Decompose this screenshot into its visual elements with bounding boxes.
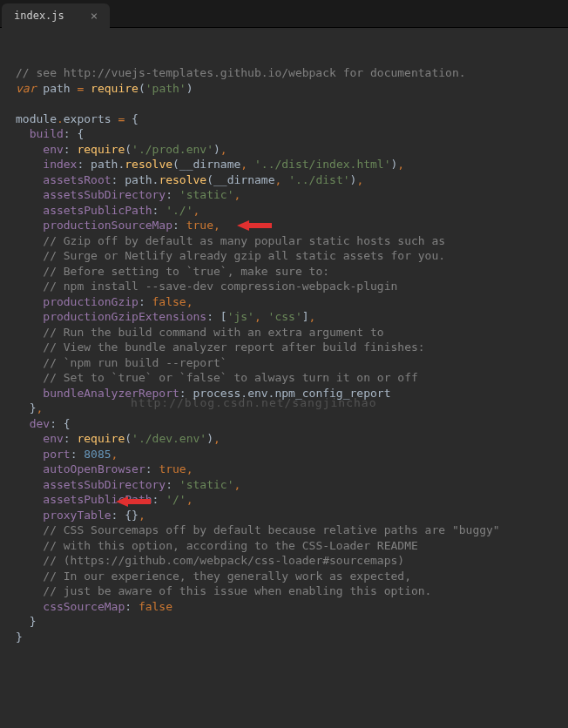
code-line[interactable]: // see http://vuejs-templates.github.io/… (16, 65, 565, 81)
code-line[interactable]: productionGzipExtensions: ['js', 'css'], (16, 309, 565, 325)
code-line[interactable]: // CSS Sourcemaps off by default because… (16, 522, 565, 538)
code-line[interactable]: assetsSubDirectory: 'static', (16, 187, 565, 203)
code-line[interactable]: proxyTable: {}, (16, 508, 565, 523)
code-line[interactable]: index: path.resolve(__dirname, '../dist/… (16, 157, 565, 172)
code-line[interactable]: } (16, 630, 565, 645)
code-line[interactable]: // with this option, according to the CS… (16, 538, 565, 554)
code-line[interactable]: // Set to `true` or `false` to always tu… (16, 370, 565, 386)
close-icon[interactable]: × (91, 10, 98, 22)
code-line[interactable]: // Run the build command with an extra a… (16, 325, 565, 340)
code-editor[interactable]: http://blog.csdn.net/sangjinchao // see … (0, 28, 568, 651)
code-line[interactable]: build: { (16, 126, 565, 142)
code-line[interactable]: cssSourceMap: false (16, 599, 565, 615)
svg-marker-1 (116, 496, 151, 507)
svg-marker-0 (237, 220, 272, 231)
code-line[interactable]: // (https://github.com/webpack/css-loade… (16, 553, 565, 569)
code-line[interactable]: // Surge or Netlify already gzip all sta… (16, 248, 565, 264)
code-line[interactable]: // `npm run build --report` (16, 355, 565, 371)
code-line[interactable]: module.exports = { (16, 111, 565, 127)
file-tab[interactable]: index.js × (2, 3, 110, 28)
code-line[interactable]: } (16, 614, 565, 630)
annotation-arrow-icon (116, 495, 151, 508)
code-line[interactable]: // Gzip off by default as many popular s… (16, 233, 565, 249)
code-line[interactable]: productionSourceMap: true, (16, 218, 565, 233)
code-line[interactable]: // In our experience, they generally wor… (16, 569, 565, 584)
tab-filename: index.js (14, 10, 64, 22)
code-line[interactable]: var path = require('path') (16, 81, 565, 97)
code-line[interactable]: productionGzip: false, (16, 294, 565, 310)
code-line[interactable]: assetsPublicPath: '/', (16, 492, 565, 508)
code-line[interactable]: assetsSubDirectory: 'static', (16, 477, 565, 493)
code-line[interactable]: dev: { (16, 416, 565, 432)
code-line[interactable]: // View the bundle analyzer report after… (16, 340, 565, 355)
code-line[interactable] (16, 96, 565, 111)
code-line[interactable]: env: require('./dev.env'), (16, 431, 565, 447)
code-line[interactable]: port: 8085, (16, 447, 565, 462)
code-line[interactable]: // just be aware of this issue when enab… (16, 583, 565, 599)
watermark: http://blog.csdn.net/sangjinchao (131, 395, 376, 411)
tab-bar: index.js × (0, 0, 568, 28)
code-line[interactable]: // Before setting to `true`, make sure t… (16, 264, 565, 280)
code-line[interactable]: assetsRoot: path.resolve(__dirname, '../… (16, 172, 565, 188)
code-line[interactable]: // npm install --save-dev compression-we… (16, 279, 565, 294)
code-line[interactable]: env: require('./prod.env'), (16, 142, 565, 158)
annotation-arrow-icon (237, 219, 272, 232)
code-line[interactable]: assetsPublicPath: './', (16, 203, 565, 219)
code-line[interactable]: autoOpenBrowser: true, (16, 462, 565, 477)
